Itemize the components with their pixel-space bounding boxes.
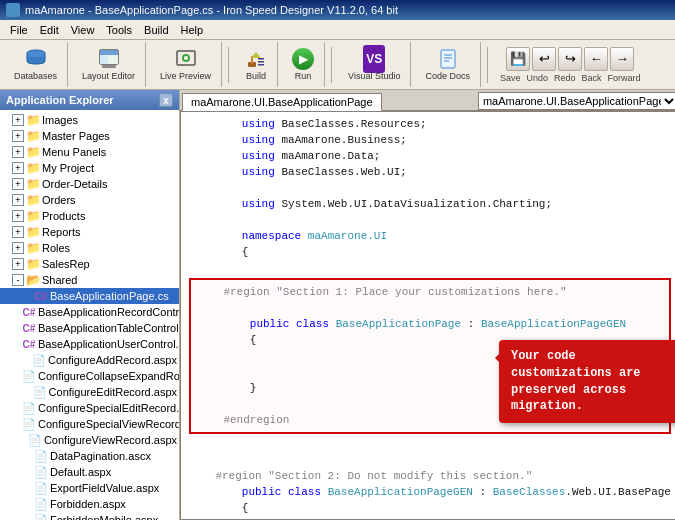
- save-button[interactable]: 💾: [506, 47, 530, 71]
- tree-label: Default.aspx: [50, 466, 111, 478]
- tree-toggle-menu-panels[interactable]: +: [12, 146, 24, 158]
- tree-item-order-details[interactable]: + 📁 Order-Details: [0, 176, 179, 192]
- databases-button[interactable]: Databases: [10, 46, 61, 83]
- menu-build[interactable]: Build: [138, 23, 174, 37]
- tab-label: maAmarone.UI.BaseApplicationPage: [191, 96, 373, 108]
- region-1-highlight: #region "Section 1: Place your customiza…: [189, 278, 671, 434]
- tree-toggle-master-pages[interactable]: +: [12, 130, 24, 142]
- tree-toggle-order-details[interactable]: +: [12, 178, 24, 190]
- tree-toggle-salesrep[interactable]: +: [12, 258, 24, 270]
- tree-label: BaseApplicationUserControl.cs: [38, 338, 179, 350]
- svg-rect-13: [258, 61, 264, 63]
- layout-editor-button[interactable]: Layout Editor: [78, 46, 139, 83]
- menu-tools[interactable]: Tools: [100, 23, 138, 37]
- action-labels: Save Undo Redo Back Forward: [500, 73, 641, 83]
- live-preview-button[interactable]: Live Preview: [156, 46, 215, 83]
- run-button[interactable]: ▶ Run: [288, 46, 318, 83]
- tree-item-base-app-cs[interactable]: C# BaseApplicationPage.cs: [0, 288, 179, 304]
- toolbar-separator-1: [228, 47, 229, 83]
- tree-item-reports[interactable]: + 📁 Reports: [0, 224, 179, 240]
- code-editor[interactable]: using BaseClasses.Resources; using maAma…: [180, 111, 675, 520]
- tree-item-configure-special-view[interactable]: 📄 ConfigureSpecialViewRecord.aspx: [0, 416, 179, 432]
- tree-toggle-my-project[interactable]: +: [12, 162, 24, 174]
- code-panel: maAmarone.UI.BaseApplicationPage maAmaro…: [180, 90, 675, 520]
- code-line: [197, 300, 663, 316]
- build-icon: [245, 48, 267, 70]
- code-tab-base-app[interactable]: maAmarone.UI.BaseApplicationPage: [182, 93, 382, 111]
- tree-item-forbidden[interactable]: 📄 Forbidden.aspx: [0, 496, 179, 512]
- redo-button[interactable]: ↪: [558, 47, 582, 71]
- folder-open-icon: 📂: [26, 273, 40, 287]
- tree-item-export-field[interactable]: 📄 ExportFieldValue.aspx: [0, 480, 179, 496]
- code-line: #region "Section 2: Do not modify this s…: [189, 468, 671, 484]
- svg-rect-12: [258, 58, 264, 60]
- tree-item-menu-panels[interactable]: + 📁 Menu Panels: [0, 144, 179, 160]
- redo-label: Redo: [554, 73, 576, 83]
- tree-item-base-app-table[interactable]: C# BaseApplicationTableControl.cs: [0, 320, 179, 336]
- code-line: using BaseClasses.Web.UI;: [189, 164, 671, 180]
- aspx-file-icon: 📄: [34, 481, 48, 495]
- toolbar-group-vs: VS Visual Studio: [338, 42, 411, 87]
- tree-item-salesrep[interactable]: + 📁 SalesRep: [0, 256, 179, 272]
- folder-icon: 📁: [26, 177, 40, 191]
- forward-label: Forward: [608, 73, 641, 83]
- menu-file[interactable]: File: [4, 23, 34, 37]
- menu-view[interactable]: View: [65, 23, 101, 37]
- tree-item-products[interactable]: + 📁 Products: [0, 208, 179, 224]
- aspx-file-icon: 📄: [22, 401, 36, 415]
- tree-item-configure-special[interactable]: 📄 ConfigureSpecialEditRecord.aspx: [0, 400, 179, 416]
- tree-item-base-app-record[interactable]: C# BaseApplicationRecordControl.cs: [0, 304, 179, 320]
- tree-label: ConfigureAddRecord.aspx: [48, 354, 177, 366]
- tree-item-base-app-user[interactable]: C# BaseApplicationUserControl.cs: [0, 336, 179, 352]
- tree-area[interactable]: + 📁 Images + 📁 Master Pages + 📁 Menu Pan…: [0, 110, 179, 520]
- svg-rect-2: [100, 50, 118, 55]
- back-label: Back: [582, 73, 602, 83]
- tree-toggle-reports[interactable]: +: [12, 226, 24, 238]
- tree-item-shared[interactable]: - 📂 Shared: [0, 272, 179, 288]
- tree-item-configure-add[interactable]: 📄 ConfigureAddRecord.aspx: [0, 352, 179, 368]
- tooltip-bubble: Your code customizations are preserved a…: [499, 340, 675, 423]
- tree-toggle-orders[interactable]: +: [12, 194, 24, 206]
- tree-toggle-roles[interactable]: +: [12, 242, 24, 254]
- play-circle-icon: ▶: [292, 48, 314, 70]
- svg-rect-5: [102, 65, 116, 68]
- tab-dropdown[interactable]: maAmarone.UI.BaseApplicationPage: [478, 92, 675, 110]
- tree-item-data-pagination[interactable]: 📄 DataPagination.ascx: [0, 448, 179, 464]
- back-button[interactable]: ←: [584, 47, 608, 71]
- tree-item-default-aspx[interactable]: 📄 Default.aspx: [0, 464, 179, 480]
- folder-icon: 📁: [26, 145, 40, 159]
- code-line: using maAmarone.Data;: [189, 148, 671, 164]
- tree-toggle-images[interactable]: +: [12, 114, 24, 126]
- menu-edit[interactable]: Edit: [34, 23, 65, 37]
- visual-studio-button[interactable]: VS Visual Studio: [344, 46, 404, 83]
- tree-item-configure-collapse[interactable]: 📄 ConfigureCollapseExpandRowBtn.aspx: [0, 368, 179, 384]
- tree-item-forbidden-mobile[interactable]: 📄 ForbiddenMobile.aspx: [0, 512, 179, 520]
- undo-button[interactable]: ↩: [532, 47, 556, 71]
- panel-close-button[interactable]: x: [159, 93, 173, 107]
- tree-toggle-products[interactable]: +: [12, 210, 24, 222]
- folder-icon: 📁: [26, 161, 40, 175]
- build-button[interactable]: Build: [241, 46, 271, 83]
- tree-toggle-shared[interactable]: -: [12, 274, 24, 286]
- aspx-file-icon: 📄: [22, 417, 36, 431]
- run-label: Run: [295, 71, 312, 81]
- toolbar-group-live-preview: Live Preview: [150, 42, 222, 87]
- tree-item-roles[interactable]: + 📁 Roles: [0, 240, 179, 256]
- tree-label: Master Pages: [42, 130, 110, 142]
- tree-item-my-project[interactable]: + 📁 My Project: [0, 160, 179, 176]
- tree-label: My Project: [42, 162, 94, 174]
- menu-help[interactable]: Help: [175, 23, 210, 37]
- folder-icon: 📁: [26, 225, 40, 239]
- tree-label: Order-Details: [42, 178, 107, 190]
- tree-label: ConfigureCollapseExpandRowBtn.aspx: [38, 370, 179, 382]
- tree-item-orders[interactable]: + 📁 Orders: [0, 192, 179, 208]
- forward-button[interactable]: →: [610, 47, 634, 71]
- tree-item-configure-edit[interactable]: 📄 ConfigureEditRecord.aspx: [0, 384, 179, 400]
- menu-bar: File Edit View Tools Build Help: [0, 20, 675, 40]
- databases-icon: [25, 48, 47, 70]
- tree-item-images[interactable]: + 📁 Images: [0, 112, 179, 128]
- tree-item-master-pages[interactable]: + 📁 Master Pages: [0, 128, 179, 144]
- folder-icon: 📁: [26, 241, 40, 255]
- code-docs-button[interactable]: Code Docs: [421, 46, 474, 83]
- tree-item-configure-view[interactable]: 📄 ConfigureViewRecord.aspx: [0, 432, 179, 448]
